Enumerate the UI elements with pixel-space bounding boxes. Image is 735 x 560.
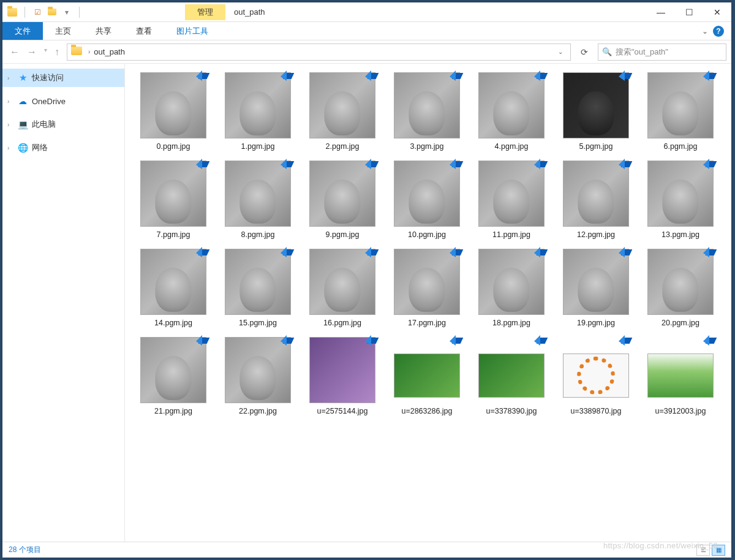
file-name-label: u=2575144.jpg — [317, 407, 368, 415]
file-item[interactable]: 15.pgm.jpg — [216, 248, 300, 328]
thumb-wrap — [140, 337, 206, 403]
thumb-wrap — [563, 337, 629, 403]
file-item[interactable]: u=2863286.jpg — [385, 336, 469, 417]
thumb-wrap — [140, 161, 206, 227]
file-item[interactable]: u=3912003.jpg — [638, 336, 723, 417]
file-item[interactable]: 19.pgm.jpg — [554, 248, 638, 328]
sidebar-item-pc[interactable]: ›💻此电脑 — [2, 115, 124, 134]
sidebar-item-label: 此电脑 — [32, 119, 56, 130]
address-dropdown-icon[interactable]: ⌄ — [554, 48, 567, 55]
content-pane[interactable]: 0.pgm.jpg1.pgm.jpg2.pgm.jpg3.pgm.jpg4.pg… — [125, 64, 731, 542]
file-item[interactable]: 7.pgm.jpg — [131, 159, 216, 240]
refresh-button[interactable]: ⟳ — [576, 44, 593, 61]
address-bar[interactable]: › out_path ⌄ — [67, 44, 571, 61]
file-item[interactable]: 8.pgm.jpg — [216, 159, 300, 240]
thumb-wrap — [394, 72, 460, 138]
thumb-wrap — [394, 249, 460, 315]
tab-view[interactable]: 查看 — [124, 22, 164, 40]
file-item[interactable]: u=2575144.jpg — [300, 336, 385, 417]
thumb-wrap — [647, 72, 714, 138]
chevron-right-icon[interactable]: › — [7, 98, 13, 105]
file-name-label: 7.pgm.jpg — [157, 230, 190, 239]
file-name-label: 21.pgm.jpg — [154, 407, 192, 415]
file-name-label: u=3378390.jpg — [486, 407, 537, 415]
folder-icon — [71, 47, 82, 58]
file-item[interactable]: 10.pgm.jpg — [385, 159, 469, 240]
file-item[interactable]: 21.pgm.jpg — [131, 336, 216, 417]
file-item[interactable]: u=3378390.jpg — [469, 336, 554, 417]
file-name-label: 17.pgm.jpg — [408, 319, 446, 327]
breadcrumb-segment[interactable]: out_path — [92, 47, 126, 56]
chevron-right-icon[interactable]: › — [7, 75, 13, 81]
thumb-wrap — [225, 72, 291, 138]
explorer-icon — [7, 7, 17, 17]
up-button[interactable]: ↑ — [55, 47, 59, 58]
file-item[interactable]: 1.pgm.jpg — [216, 71, 300, 152]
file-item[interactable]: 2.pgm.jpg — [300, 71, 385, 152]
file-name-label: 8.pgm.jpg — [241, 230, 275, 239]
file-name-label: u=3912003.jpg — [655, 407, 706, 415]
file-name-label: 22.pgm.jpg — [239, 407, 277, 415]
tab-home[interactable]: 主页 — [43, 22, 83, 40]
close-button[interactable]: ✕ — [703, 2, 731, 22]
file-item[interactable]: 20.pgm.jpg — [638, 248, 723, 328]
contextual-tab-manage[interactable]: 管理 — [185, 4, 225, 20]
sidebar-item-net[interactable]: ›🌐网络 — [2, 138, 124, 157]
pc-icon: 💻 — [17, 119, 28, 130]
file-item[interactable]: 18.pgm.jpg — [469, 248, 554, 328]
file-item[interactable]: 13.pgm.jpg — [638, 159, 723, 240]
thumb-wrap — [394, 161, 460, 227]
forward-button[interactable]: → — [27, 47, 37, 58]
file-item[interactable]: 17.pgm.jpg — [385, 248, 469, 328]
file-name-label: 20.pgm.jpg — [662, 319, 699, 327]
thumb-wrap — [478, 161, 545, 227]
sidebar-item-label: 快速访问 — [32, 72, 64, 83]
file-name-label: 15.pgm.jpg — [239, 319, 277, 327]
chevron-right-icon[interactable]: › — [7, 145, 13, 151]
window-title: out_path — [234, 7, 265, 17]
tab-picture-tools[interactable]: 图片工具 — [164, 22, 221, 40]
file-item[interactable]: 9.pgm.jpg — [300, 159, 385, 240]
thumb-wrap — [563, 161, 629, 227]
window-controls: — ☐ ✕ — [647, 2, 731, 22]
recent-dropdown-icon[interactable]: ▾ — [44, 47, 47, 58]
properties-icon[interactable]: ☑ — [32, 7, 42, 17]
file-item[interactable]: 4.pgm.jpg — [469, 71, 554, 152]
file-item[interactable]: u=3389870.jpg — [554, 336, 638, 417]
ribbon-collapse-icon[interactable]: ⌄ — [702, 27, 708, 36]
explorer-window: ☑ ▾ 管理 out_path — ☐ ✕ 文件 主页 共享 查看 图片工具 ⌄… — [2, 2, 731, 558]
tab-share[interactable]: 共享 — [83, 22, 124, 40]
file-item[interactable]: 16.pgm.jpg — [300, 248, 385, 328]
thumb-wrap — [563, 249, 629, 315]
file-item[interactable]: 6.pgm.jpg — [638, 71, 723, 152]
help-icon[interactable]: ? — [713, 26, 724, 37]
chevron-right-icon[interactable]: › — [7, 121, 13, 128]
file-item[interactable]: 22.pgm.jpg — [216, 336, 300, 417]
search-input[interactable]: 🔍 搜索"out_path" — [598, 44, 726, 61]
search-icon: 🔍 — [602, 47, 612, 56]
thumb-wrap — [140, 72, 206, 138]
sidebar-item-star[interactable]: ›★快速访问 — [2, 69, 124, 87]
maximize-button[interactable]: ☐ — [675, 2, 703, 22]
sidebar-item-cloud[interactable]: ›☁OneDrive — [2, 92, 124, 110]
file-name-label: u=2863286.jpg — [401, 407, 452, 415]
file-item[interactable]: 14.pgm.jpg — [131, 248, 216, 328]
minimize-button[interactable]: — — [647, 2, 675, 22]
file-tab[interactable]: 文件 — [2, 22, 43, 40]
file-item[interactable]: 11.pgm.jpg — [469, 159, 554, 240]
file-name-label: u=3389870.jpg — [570, 407, 621, 415]
back-button[interactable]: ← — [10, 47, 20, 58]
navigation-bar: ← → ▾ ↑ › out_path ⌄ ⟳ 🔍 搜索"out_path" — [2, 40, 731, 64]
file-item[interactable]: 3.pgm.jpg — [385, 71, 469, 152]
ribbon-tabs: 文件 主页 共享 查看 图片工具 ⌄ ? — [2, 22, 731, 40]
file-item[interactable]: 0.pgm.jpg — [131, 71, 216, 152]
file-item[interactable]: 5.pgm.jpg — [554, 71, 638, 152]
dropdown-icon[interactable]: ▾ — [62, 7, 72, 17]
new-folder-icon[interactable] — [47, 7, 57, 17]
thumb-wrap — [225, 249, 291, 315]
thumb-wrap — [309, 161, 375, 227]
thumb-wrap — [647, 337, 714, 403]
file-item[interactable]: 12.pgm.jpg — [554, 159, 638, 240]
item-count: 28 个项目 — [9, 545, 41, 555]
chevron-right-icon[interactable]: › — [86, 48, 92, 55]
